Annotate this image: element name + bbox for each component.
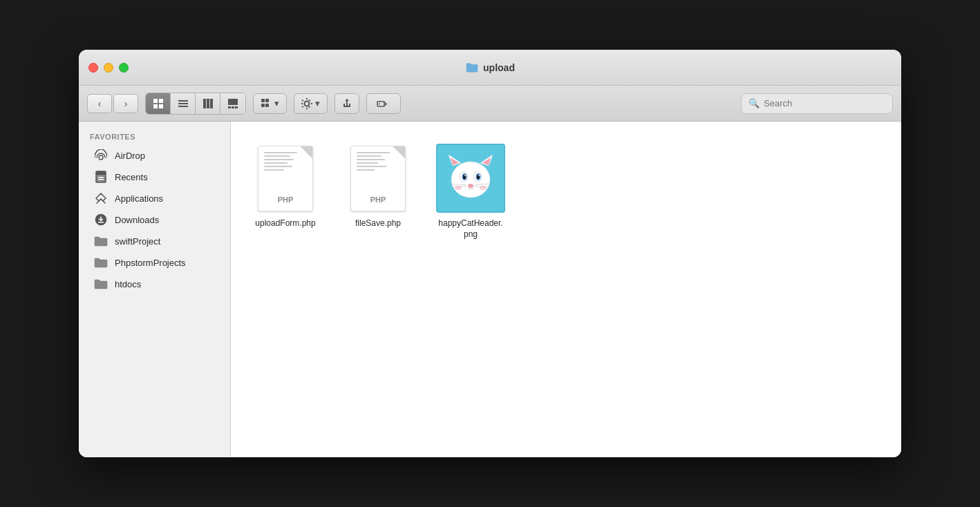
action-dropdown-icon: ▾ xyxy=(315,98,320,108)
arrange-icon xyxy=(261,98,272,109)
svg-rect-1 xyxy=(159,99,163,103)
php-doc-icon-uploadform: PHP xyxy=(258,146,313,211)
svg-point-39 xyxy=(478,175,480,176)
gallery-icon xyxy=(227,98,238,109)
sidebar-item-airdrop-label: AirDrop xyxy=(115,151,145,161)
sidebar-item-swiftproject-label: swiftProject xyxy=(115,236,160,247)
svg-rect-17 xyxy=(265,104,269,107)
file-icon-happycat xyxy=(436,144,505,213)
view-buttons xyxy=(145,93,246,115)
sidebar-section-favorites: Favorites xyxy=(79,133,230,141)
tag-icon xyxy=(377,99,390,108)
file-item-filesave[interactable]: PHP fileSave.php xyxy=(340,138,416,245)
svg-point-46 xyxy=(480,186,487,190)
main-content: Favorites AirDrop xyxy=(79,122,901,457)
nav-buttons: ‹ › xyxy=(87,94,138,113)
file-item-uploadform[interactable]: PHP uploadForm.php xyxy=(247,138,323,245)
svg-point-20 xyxy=(99,155,103,160)
sidebar-item-swiftproject[interactable]: swiftProject xyxy=(83,231,226,251)
back-icon: ‹ xyxy=(98,98,102,109)
toolbar: ‹ › xyxy=(79,86,901,122)
svg-rect-24 xyxy=(98,179,104,180)
recents-icon xyxy=(94,170,108,184)
sidebar-item-htdocs-label: htdocs xyxy=(115,279,141,289)
php-label-uploadform: PHP xyxy=(278,195,294,204)
cat-face-image xyxy=(443,151,498,206)
file-name-filesave: fileSave.php xyxy=(355,218,401,229)
phpstormprojects-folder-icon xyxy=(94,256,108,269)
sidebar: Favorites AirDrop xyxy=(79,122,231,457)
forward-button[interactable]: › xyxy=(113,94,138,113)
svg-rect-15 xyxy=(265,99,269,102)
titlebar: upload xyxy=(79,50,901,86)
maximize-button[interactable] xyxy=(119,63,129,73)
sidebar-item-applications[interactable]: Applications xyxy=(83,188,226,209)
svg-rect-0 xyxy=(153,99,158,103)
sidebar-item-recents-label: Recents xyxy=(115,172,148,182)
gallery-view-button[interactable] xyxy=(220,93,245,114)
applications-icon xyxy=(94,191,108,205)
htdocs-folder-icon xyxy=(94,277,108,291)
svg-rect-7 xyxy=(203,99,206,108)
sidebar-item-downloads[interactable]: Downloads xyxy=(83,209,226,230)
swiftproject-folder-icon xyxy=(94,234,108,248)
sidebar-item-recents[interactable]: Recents xyxy=(83,166,226,187)
search-input[interactable] xyxy=(764,98,881,108)
traffic-lights xyxy=(79,63,129,73)
action-button[interactable]: ▾ xyxy=(294,93,328,114)
window-title-area: upload xyxy=(465,62,515,73)
icon-view-button[interactable] xyxy=(146,93,171,114)
columns-icon xyxy=(202,98,214,109)
svg-point-40 xyxy=(468,184,473,188)
list-view-button[interactable] xyxy=(171,93,196,114)
sidebar-item-airdrop[interactable]: AirDrop xyxy=(83,145,226,166)
column-view-button[interactable] xyxy=(196,93,220,114)
grid-icon xyxy=(153,98,164,109)
sidebar-item-htdocs[interactable]: htdocs xyxy=(83,274,226,294)
arrange-button[interactable]: ▾ xyxy=(253,93,287,114)
svg-point-27 xyxy=(451,162,490,198)
sidebar-item-phpstormprojects[interactable]: PhpstormProjects xyxy=(83,252,226,273)
svg-rect-16 xyxy=(261,104,265,107)
downloads-icon xyxy=(94,213,108,227)
svg-rect-5 xyxy=(178,103,188,104)
list-icon xyxy=(178,98,189,109)
forward-icon: › xyxy=(124,98,128,109)
svg-rect-8 xyxy=(207,99,209,108)
arrange-dropdown-icon: ▾ xyxy=(274,98,279,108)
close-button[interactable] xyxy=(88,63,98,73)
php-doc-icon-filesave: PHP xyxy=(350,146,406,211)
svg-rect-23 xyxy=(98,177,104,178)
file-item-happycat[interactable]: happyCatHeader.png xyxy=(433,138,509,245)
search-bar[interactable]: 🔍 xyxy=(741,93,893,114)
svg-rect-3 xyxy=(159,104,163,108)
file-name-happycat: happyCatHeader.png xyxy=(438,218,502,240)
svg-rect-22 xyxy=(96,171,106,175)
search-icon: 🔍 xyxy=(748,98,760,108)
php-label-filesave: PHP xyxy=(370,195,386,204)
file-area: PHP uploadForm.php xyxy=(231,122,901,457)
sidebar-item-applications-label: Applications xyxy=(115,193,163,204)
file-name-uploadform: uploadForm.php xyxy=(255,218,315,229)
finder-window: upload ‹ › xyxy=(79,50,901,457)
svg-rect-26 xyxy=(98,222,104,223)
back-button[interactable]: ‹ xyxy=(87,94,112,113)
share-button[interactable] xyxy=(334,93,359,114)
svg-rect-10 xyxy=(228,99,238,105)
window-title: upload xyxy=(483,62,515,73)
image-thumb-happycat xyxy=(436,144,505,213)
svg-point-45 xyxy=(455,186,462,190)
share-icon xyxy=(341,98,352,109)
svg-point-38 xyxy=(464,175,466,176)
sidebar-item-phpstormprojects-label: PhpstormProjects xyxy=(115,258,186,268)
tag-button[interactable] xyxy=(366,93,401,114)
svg-point-19 xyxy=(379,103,380,104)
svg-rect-18 xyxy=(377,102,384,106)
svg-rect-2 xyxy=(153,104,158,108)
svg-rect-6 xyxy=(178,106,188,107)
svg-rect-4 xyxy=(178,100,188,102)
minimize-button[interactable] xyxy=(104,63,113,73)
svg-rect-14 xyxy=(261,99,265,102)
gear-icon xyxy=(301,98,312,109)
svg-rect-12 xyxy=(232,106,234,108)
